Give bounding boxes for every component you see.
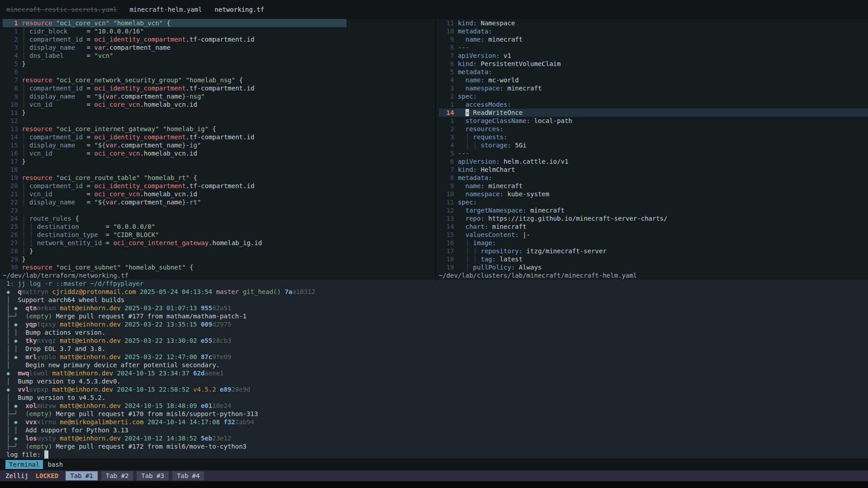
line-number: 18 — [3, 166, 18, 174]
token: kind: — [458, 166, 477, 173]
token — [458, 223, 465, 230]
token — [143, 418, 147, 426]
token: }-ig" — [182, 142, 201, 149]
zellij-tab-2[interactable]: Tab #2 — [101, 471, 133, 480]
token: = — [83, 182, 94, 190]
line-number: 7 — [439, 166, 454, 174]
zellij-tab-3[interactable]: Tab #3 — [137, 471, 169, 480]
token — [458, 182, 465, 190]
code-line: 8│ compartment_id = oci_identity_compart… — [3, 84, 435, 92]
token: "oci_core_internet_gateway" — [56, 125, 159, 133]
code-line: 6 — [3, 68, 435, 76]
buffer-tab-minecraft-helm[interactable]: minecraft-helm.yaml — [129, 5, 202, 14]
token: 2025-03-22 13:30:02 — [124, 337, 197, 344]
log-line: │ │ Add support for Python 3.13 — [6, 426, 868, 434]
log-line: │ Bump version to 4.5.3.dev0. — [6, 377, 868, 385]
editor-pane-terraform[interactable]: 1resource "oci_core_vcn" "homelab_vcn" {… — [0, 19, 435, 280]
code-line: 6kind: PersistentVolumeClaim — [439, 60, 868, 68]
token: oci_identity_compartment — [94, 133, 185, 141]
code-line: 1resource "oci_core_vcn" "homelab_vcn" { — [3, 19, 346, 27]
token: minecraft — [489, 223, 526, 230]
code-line: 14 - ReadWriteOnce — [439, 109, 868, 117]
token: apiVersion: — [458, 158, 500, 165]
code-line: 17} — [3, 157, 435, 166]
code-lines-yaml: 11kind: Namespace10metadata:9 name: mine… — [439, 19, 868, 271]
token: │ — [22, 150, 29, 157]
log-line: │ │ Bump actions version. — [6, 328, 868, 336]
token — [458, 101, 465, 108]
token: 2024-10-15 22:58:52 — [117, 386, 189, 393]
line-number: 12 — [439, 206, 454, 214]
buffer-tab-restic-secrets[interactable]: minecraft-restic-secrets.yaml — [6, 5, 117, 14]
code-line: 16 │ image: — [439, 239, 868, 247]
log-line: ◆ vvlsvpxp matt@einhorn.dev 2024-10-15 2… — [6, 385, 868, 393]
token: │ — [473, 247, 481, 255]
line-number: 22 — [3, 198, 18, 206]
token: │ — [6, 337, 14, 344]
token — [239, 288, 242, 295]
token: 87c — [201, 353, 212, 360]
token: { — [190, 174, 197, 181]
token — [56, 337, 60, 344]
line-number: 25 — [3, 223, 18, 231]
zellij-tab-1[interactable]: Tab #1 — [66, 471, 98, 480]
line-number: 6 — [439, 60, 454, 68]
token: 7a — [285, 288, 292, 295]
token: 23e12 — [212, 435, 231, 442]
token: "${ — [94, 142, 105, 149]
token: resource — [22, 19, 52, 27]
token — [458, 109, 465, 116]
token: │ — [22, 101, 29, 108]
token: │ — [22, 247, 29, 255]
token: .homelab_vcn.id — [140, 190, 197, 198]
token: kind: — [458, 60, 477, 67]
code-line: 16│ vcn_id = oci_core_vcn.homelab_vcn.id — [3, 149, 435, 157]
line-number: 14 — [439, 109, 454, 117]
token: │ — [22, 190, 29, 198]
token: --- — [458, 150, 469, 157]
code-line: 3 │ requests: — [439, 133, 868, 141]
prompt-label: log file: — [6, 451, 44, 458]
token: f32 — [224, 418, 235, 426]
code-line: 7resource "oci_core_network_security_gro… — [3, 76, 435, 84]
token — [190, 370, 193, 377]
token: 62d — [193, 370, 204, 377]
panel-bar: Terminal bash — [0, 459, 868, 470]
token: │ — [6, 394, 18, 401]
buffer-tab-networking[interactable]: networking.tf — [215, 5, 265, 14]
line-number: 5 — [439, 68, 454, 76]
line-number: 21 — [3, 190, 18, 198]
log-line: │ ◆ qtnorkxn matt@einhorn.dev 2025-03-23… — [6, 304, 868, 312]
terminal-tab-chip[interactable]: Terminal — [5, 460, 43, 469]
token: display_name — [29, 44, 75, 51]
code-line: 4│ dns_label = "vcn" — [3, 52, 435, 60]
token: display_name — [29, 199, 75, 206]
token: (empty) — [25, 313, 52, 320]
code-line: 23 — [3, 206, 435, 214]
editor-pane-yaml[interactable]: 11kind: Namespace10metadata:9 name: mine… — [436, 19, 868, 280]
token: compartment_id — [29, 182, 83, 190]
token: tag: — [481, 256, 496, 263]
line-number: 15 — [3, 141, 18, 149]
token: "10.0.0.0/16" — [94, 28, 144, 35]
code-line: 5} — [3, 60, 435, 68]
token: = — [83, 36, 94, 43]
zellij-tab-4[interactable]: Tab #4 — [172, 471, 204, 480]
token — [136, 288, 140, 295]
token: minecraft — [484, 182, 522, 190]
token: .homelab_vcn.id — [140, 101, 197, 108]
token: matt@einhorn.dev — [60, 304, 121, 312]
token: ├─╯ — [6, 443, 25, 450]
code-line: 13 repo: https://itzg.github.io/minecraf… — [439, 214, 868, 223]
token: uysty — [37, 435, 56, 442]
terminal-pane[interactable]: 1: jj log -r ::master ~/d/ffpyplayer ◆ q… — [0, 280, 868, 459]
statusline-path-left: ~/dev/lab/terraform/networking.tf — [3, 271, 435, 280]
token: oci_identity_compartment — [94, 36, 185, 43]
token: destination_type — [37, 231, 98, 238]
line-number: 18 — [439, 255, 454, 263]
code-line: 24│ route_rules { — [3, 214, 435, 223]
token: .compartment_name — [117, 93, 182, 100]
token — [18, 337, 25, 344]
token: } — [22, 256, 25, 263]
token: │ — [465, 256, 473, 263]
